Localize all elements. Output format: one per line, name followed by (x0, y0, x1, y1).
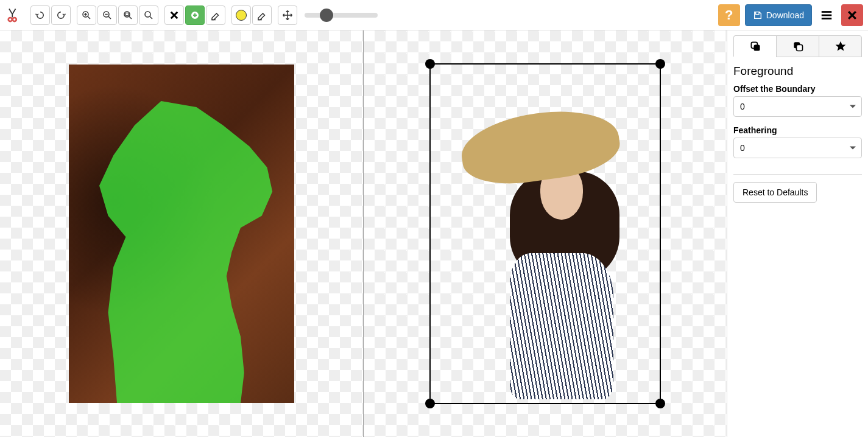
zoom-actual-button[interactable] (139, 5, 158, 25)
pan-tool-button[interactable] (278, 5, 297, 25)
keep-tool-button[interactable] (185, 5, 205, 25)
crop-handle-bl[interactable] (425, 399, 435, 408)
svg-rect-29 (753, 44, 760, 51)
menu-icon (820, 9, 833, 22)
app-logo (5, 7, 22, 24)
download-button[interactable]: Download (745, 4, 812, 26)
scalpel-erase-button[interactable] (252, 5, 272, 25)
star-icon (834, 40, 847, 52)
foreground-mask (99, 101, 276, 403)
help-button[interactable]: ? (718, 4, 740, 26)
redo-button[interactable] (51, 5, 71, 25)
offset-label: Offset the Boundary (733, 84, 862, 94)
divider (733, 174, 862, 175)
zoom-group (77, 5, 158, 25)
tab-background[interactable] (776, 35, 819, 57)
close-button[interactable] (841, 4, 863, 26)
mark-group (164, 5, 225, 25)
source-canvas[interactable] (0, 30, 364, 437)
offset-select[interactable]: 0 (733, 96, 862, 117)
main-area: Foreground Offset the Boundary 0 Feather… (0, 30, 868, 437)
download-label: Download (766, 10, 804, 20)
result-canvas[interactable] (364, 30, 727, 437)
scalpel-color-button[interactable] (231, 5, 251, 25)
zoom-fit-button[interactable] (118, 5, 138, 25)
tab-foreground[interactable] (733, 35, 776, 57)
save-icon (753, 10, 763, 20)
source-image (69, 65, 294, 403)
svg-line-9 (108, 16, 111, 19)
crop-handle-tr[interactable] (655, 59, 665, 69)
brush-size-slider[interactable] (305, 13, 378, 18)
result-image (473, 113, 632, 399)
foreground-icon (749, 40, 761, 52)
scalpel-group (231, 5, 272, 25)
svg-point-2 (9, 18, 12, 21)
erase-mark-button[interactable] (206, 5, 225, 25)
svg-line-12 (129, 16, 132, 19)
zoom-out-button[interactable] (97, 5, 117, 25)
sidebar: Foreground Offset the Boundary 0 Feather… (727, 30, 868, 437)
background-icon (792, 40, 804, 52)
toolbar: ? Download (0, 0, 868, 30)
svg-line-15 (150, 16, 152, 19)
svg-rect-13 (125, 13, 129, 16)
menu-button[interactable] (816, 4, 838, 26)
svg-point-3 (13, 18, 16, 21)
svg-rect-31 (796, 45, 802, 51)
undo-button[interactable] (30, 5, 50, 25)
crop-handle-br[interactable] (655, 399, 665, 408)
feather-label: Feathering (733, 125, 862, 135)
crop-handle-tl[interactable] (425, 59, 435, 69)
svg-point-11 (124, 12, 130, 17)
history-group (30, 5, 71, 25)
scalpel-color-swatch (236, 10, 247, 21)
brush-size-handle[interactable] (320, 9, 333, 22)
feather-select[interactable]: 0 (733, 138, 862, 158)
remove-tool-button[interactable] (164, 5, 184, 25)
tab-favorites[interactable] (819, 35, 862, 57)
panel-title: Foreground (733, 65, 862, 78)
svg-line-5 (88, 16, 90, 19)
svg-point-14 (145, 12, 150, 17)
sidebar-tabs (733, 35, 862, 57)
reset-button[interactable]: Reset to Defaults (733, 182, 817, 203)
crop-bounds[interactable] (429, 63, 661, 404)
help-icon: ? (725, 7, 733, 23)
zoom-in-button[interactable] (77, 5, 96, 25)
close-icon (846, 9, 858, 21)
